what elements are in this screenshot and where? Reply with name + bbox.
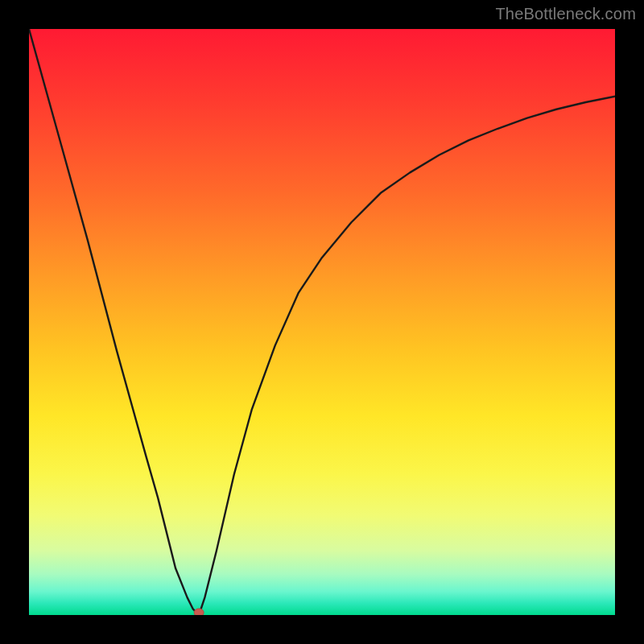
minimum-marker (194, 609, 204, 615)
bottleneck-curve (29, 29, 615, 615)
curve-line (29, 29, 615, 615)
plot-area (29, 29, 615, 615)
chart-frame: TheBottleneck.com (0, 0, 644, 644)
watermark-text: TheBottleneck.com (495, 5, 636, 23)
